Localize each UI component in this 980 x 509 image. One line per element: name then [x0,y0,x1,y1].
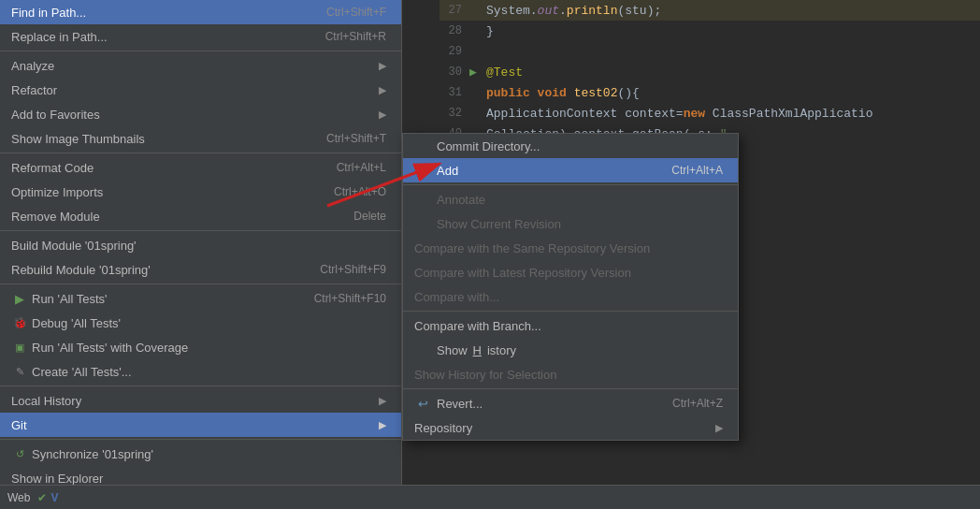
submenu-item-show-history[interactable]: Show History [403,338,738,362]
code-line-30: 30 ▶ @Test [440,62,980,82]
submenu-item-show-history-selection: Show History for Selection [403,362,738,386]
menu-separator-3 [0,230,401,231]
menu-item-refactor[interactable]: Refactor ▶ [0,78,401,102]
submenu-item-compare-with-branch[interactable]: Compare with Branch... [403,313,738,338]
menu-item-analyze[interactable]: Analyze ▶ [0,53,401,78]
menu-item-create-all-tests[interactable]: ✎ Create 'All Tests'... [0,359,401,384]
menu-item-remove-module[interactable]: Remove Module Delete [0,204,401,228]
web-tab[interactable]: Web [7,491,30,504]
run-icon: ▶ [11,292,28,306]
submenu-item-revert[interactable]: ↩ Revert... Ctrl+Alt+Z [403,391,738,415]
menu-item-run-coverage[interactable]: ▣ Run 'All Tests' with Coverage [0,335,401,359]
submenu-separator-1 [403,184,738,185]
menu-item-build-module[interactable]: Build Module '01spring' [0,233,401,257]
submenu-item-add[interactable]: + Add Ctrl+Alt+A [403,158,738,182]
menu-item-reformat-code[interactable]: Reformat Code Ctrl+Alt+L [0,155,401,180]
menu-item-add-to-favorites[interactable]: Add to Favorites ▶ [0,102,401,126]
menu-separator-1 [0,51,401,51]
menu-item-optimize-imports[interactable]: Optimize Imports Ctrl+Alt+O [0,180,401,204]
submenu-item-compare-same-repo: Compare with the Same Repository Version [403,236,738,260]
debug-icon: 🐞 [11,316,28,329]
git-submenu: Commit Directory... + Add Ctrl+Alt+A Ann… [402,133,739,441]
submenu-item-compare-latest-repo: Compare with Latest Repository Version [403,260,738,284]
code-line-27: 27 System.out.println(stu); [440,0,980,21]
add-icon: + [414,163,431,178]
v-indicator: ✔ V [37,491,58,504]
menu-separator-6 [0,439,401,440]
menu-item-rebuild-module[interactable]: Rebuild Module '01spring' Ctrl+Shift+F9 [0,257,401,282]
submenu-item-annotate: Annotate [403,187,738,211]
menu-item-run-all-tests[interactable]: ▶ Run 'All Tests' Ctrl+Shift+F10 [0,286,401,311]
code-line-31: 31 public void test02(){ [440,82,980,103]
menu-item-local-history[interactable]: Local History ▶ [0,388,401,413]
code-line-32: 32 ApplicationContext context=new ClassP… [440,103,980,124]
coverage-icon: ▣ [11,342,28,354]
revert-icon: ↩ [414,397,431,411]
checkmark-icon: ✔ [37,491,47,504]
menu-item-replace-in-path[interactable]: Replace in Path... Ctrl+Shift+R [0,24,401,49]
submenu-item-compare-with: Compare with... [403,284,738,309]
submenu-item-commit-directory[interactable]: Commit Directory... [403,134,738,158]
menu-item-find-in-path[interactable]: Find in Path... Ctrl+Shift+F [0,0,401,24]
v-label: V [50,491,58,504]
submenu-item-repository[interactable]: Repository ▶ [403,415,738,440]
submenu-separator-2 [403,311,738,312]
code-line-29: 29 [440,41,980,62]
submenu-separator-3 [403,388,738,389]
menu-separator-2 [0,153,401,153]
menu-item-debug-all-tests[interactable]: 🐞 Debug 'All Tests' [0,311,401,335]
sync-icon: ↺ [11,448,28,460]
menu-item-git[interactable]: Git ▶ [0,413,401,437]
code-line-28: 28 } [440,21,980,41]
bottom-bar: Web ✔ V [0,485,980,509]
create-icon: ✎ [11,366,28,378]
context-menu: Find in Path... Ctrl+Shift+F Replace in … [0,0,402,509]
menu-item-show-image-thumbnails[interactable]: Show Image Thumbnails Ctrl+Shift+T [0,126,401,151]
menu-separator-4 [0,284,401,284]
submenu-item-show-current-revision: Show Current Revision [403,211,738,236]
menu-item-synchronize[interactable]: ↺ Synchronize '01spring' [0,442,401,466]
menu-separator-5 [0,385,401,386]
run-gutter-icon[interactable]: ▶ [469,65,477,80]
